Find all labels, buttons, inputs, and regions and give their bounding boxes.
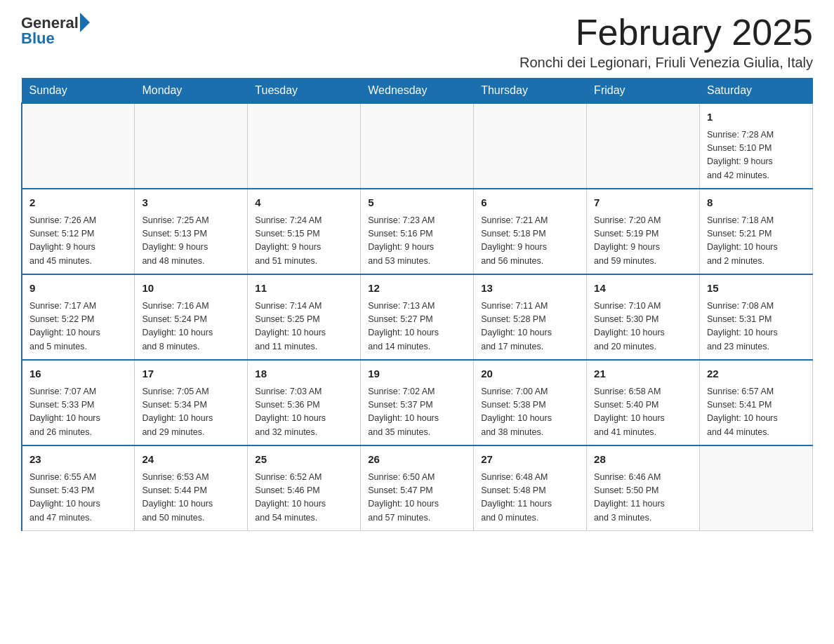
calendar-cell: 14Sunrise: 7:10 AM Sunset: 5:30 PM Dayli… xyxy=(587,274,700,360)
day-number: 3 xyxy=(142,195,240,211)
day-number: 28 xyxy=(594,452,692,468)
day-info: Sunrise: 7:16 AM Sunset: 5:24 PM Dayligh… xyxy=(142,300,240,354)
day-number: 27 xyxy=(481,452,579,468)
day-number: 24 xyxy=(142,452,240,468)
day-number: 26 xyxy=(368,452,466,468)
calendar-cell: 7Sunrise: 7:20 AM Sunset: 5:19 PM Daylig… xyxy=(587,189,700,274)
day-info: Sunrise: 7:10 AM Sunset: 5:30 PM Dayligh… xyxy=(594,300,692,354)
calendar-cell: 15Sunrise: 7:08 AM Sunset: 5:31 PM Dayli… xyxy=(700,274,813,360)
day-number: 18 xyxy=(255,366,353,382)
calendar-cell: 2Sunrise: 7:26 AM Sunset: 5:12 PM Daylig… xyxy=(22,189,135,274)
calendar-cell: 5Sunrise: 7:23 AM Sunset: 5:16 PM Daylig… xyxy=(361,189,474,274)
calendar-cell xyxy=(474,103,587,189)
page-header: General Blue February 2025 Ronchi dei Le… xyxy=(21,14,813,71)
day-number: 21 xyxy=(594,366,692,382)
day-number: 8 xyxy=(707,195,805,211)
calendar-cell: 6Sunrise: 7:21 AM Sunset: 5:18 PM Daylig… xyxy=(474,189,587,274)
day-info: Sunrise: 7:24 AM Sunset: 5:15 PM Dayligh… xyxy=(255,214,353,269)
header-day-tuesday: Tuesday xyxy=(248,79,361,104)
calendar-cell: 3Sunrise: 7:25 AM Sunset: 5:13 PM Daylig… xyxy=(135,189,248,274)
day-info: Sunrise: 6:46 AM Sunset: 5:50 PM Dayligh… xyxy=(594,471,692,525)
calendar-cell xyxy=(361,103,474,189)
week-row-4: 23Sunrise: 6:55 AM Sunset: 5:43 PM Dayli… xyxy=(22,445,813,531)
day-number: 2 xyxy=(29,195,127,211)
location-title: Ronchi dei Legionari, Friuli Venezia Giu… xyxy=(519,55,813,71)
day-number: 19 xyxy=(368,366,466,382)
header-day-monday: Monday xyxy=(135,79,248,104)
header-day-wednesday: Wednesday xyxy=(361,79,474,104)
day-number: 25 xyxy=(255,452,353,468)
day-info: Sunrise: 7:08 AM Sunset: 5:31 PM Dayligh… xyxy=(707,300,805,354)
week-row-2: 9Sunrise: 7:17 AM Sunset: 5:22 PM Daylig… xyxy=(22,274,813,360)
calendar-cell: 17Sunrise: 7:05 AM Sunset: 5:34 PM Dayli… xyxy=(135,360,248,445)
day-info: Sunrise: 7:20 AM Sunset: 5:19 PM Dayligh… xyxy=(594,214,692,269)
week-row-1: 2Sunrise: 7:26 AM Sunset: 5:12 PM Daylig… xyxy=(22,189,813,274)
calendar-cell: 24Sunrise: 6:53 AM Sunset: 5:44 PM Dayli… xyxy=(135,445,248,531)
day-info: Sunrise: 6:50 AM Sunset: 5:47 PM Dayligh… xyxy=(368,471,466,525)
day-info: Sunrise: 7:14 AM Sunset: 5:25 PM Dayligh… xyxy=(255,300,353,354)
calendar-cell: 20Sunrise: 7:00 AM Sunset: 5:38 PM Dayli… xyxy=(474,360,587,445)
day-info: Sunrise: 7:23 AM Sunset: 5:16 PM Dayligh… xyxy=(368,214,466,269)
calendar-cell: 9Sunrise: 7:17 AM Sunset: 5:22 PM Daylig… xyxy=(22,274,135,360)
day-info: Sunrise: 7:13 AM Sunset: 5:27 PM Dayligh… xyxy=(368,300,466,354)
day-info: Sunrise: 7:25 AM Sunset: 5:13 PM Dayligh… xyxy=(142,214,240,269)
logo-blue-text: Blue xyxy=(21,29,55,48)
day-number: 12 xyxy=(368,281,466,297)
header-day-friday: Friday xyxy=(587,79,700,104)
calendar-cell: 23Sunrise: 6:55 AM Sunset: 5:43 PM Dayli… xyxy=(22,445,135,531)
calendar-header: SundayMondayTuesdayWednesdayThursdayFrid… xyxy=(22,79,813,104)
day-info: Sunrise: 6:55 AM Sunset: 5:43 PM Dayligh… xyxy=(29,471,127,525)
calendar-cell: 26Sunrise: 6:50 AM Sunset: 5:47 PM Dayli… xyxy=(361,445,474,531)
calendar-cell xyxy=(248,103,361,189)
day-number: 7 xyxy=(594,195,692,211)
calendar-cell xyxy=(587,103,700,189)
calendar-cell: 8Sunrise: 7:18 AM Sunset: 5:21 PM Daylig… xyxy=(700,189,813,274)
day-info: Sunrise: 7:00 AM Sunset: 5:38 PM Dayligh… xyxy=(481,385,579,440)
calendar-cell xyxy=(135,103,248,189)
week-row-3: 16Sunrise: 7:07 AM Sunset: 5:33 PM Dayli… xyxy=(22,360,813,445)
day-number: 15 xyxy=(707,281,805,297)
calendar-cell: 4Sunrise: 7:24 AM Sunset: 5:15 PM Daylig… xyxy=(248,189,361,274)
day-info: Sunrise: 7:26 AM Sunset: 5:12 PM Dayligh… xyxy=(29,214,127,269)
calendar-cell: 25Sunrise: 6:52 AM Sunset: 5:46 PM Dayli… xyxy=(248,445,361,531)
calendar-body: 1Sunrise: 7:28 AM Sunset: 5:10 PM Daylig… xyxy=(22,103,813,531)
calendar-cell: 21Sunrise: 6:58 AM Sunset: 5:40 PM Dayli… xyxy=(587,360,700,445)
day-number: 6 xyxy=(481,195,579,211)
calendar-cell: 22Sunrise: 6:57 AM Sunset: 5:41 PM Dayli… xyxy=(700,360,813,445)
header-day-sunday: Sunday xyxy=(22,79,135,104)
day-info: Sunrise: 7:21 AM Sunset: 5:18 PM Dayligh… xyxy=(481,214,579,269)
day-number: 14 xyxy=(594,281,692,297)
day-number: 5 xyxy=(368,195,466,211)
day-number: 17 xyxy=(142,366,240,382)
calendar-cell: 16Sunrise: 7:07 AM Sunset: 5:33 PM Dayli… xyxy=(22,360,135,445)
calendar-cell: 11Sunrise: 7:14 AM Sunset: 5:25 PM Dayli… xyxy=(248,274,361,360)
day-number: 23 xyxy=(29,452,127,468)
header-row: SundayMondayTuesdayWednesdayThursdayFrid… xyxy=(22,79,813,104)
header-day-thursday: Thursday xyxy=(474,79,587,104)
day-number: 10 xyxy=(142,281,240,297)
day-info: Sunrise: 6:53 AM Sunset: 5:44 PM Dayligh… xyxy=(142,471,240,525)
week-row-0: 1Sunrise: 7:28 AM Sunset: 5:10 PM Daylig… xyxy=(22,103,813,189)
calendar-cell: 10Sunrise: 7:16 AM Sunset: 5:24 PM Dayli… xyxy=(135,274,248,360)
day-info: Sunrise: 7:28 AM Sunset: 5:10 PM Dayligh… xyxy=(707,128,805,183)
day-info: Sunrise: 7:02 AM Sunset: 5:37 PM Dayligh… xyxy=(368,385,466,440)
day-info: Sunrise: 7:03 AM Sunset: 5:36 PM Dayligh… xyxy=(255,385,353,440)
day-number: 16 xyxy=(29,366,127,382)
day-info: Sunrise: 7:11 AM Sunset: 5:28 PM Dayligh… xyxy=(481,300,579,354)
day-info: Sunrise: 7:17 AM Sunset: 5:22 PM Dayligh… xyxy=(29,300,127,354)
header-day-saturday: Saturday xyxy=(700,79,813,104)
day-number: 20 xyxy=(481,366,579,382)
day-info: Sunrise: 6:58 AM Sunset: 5:40 PM Dayligh… xyxy=(594,385,692,440)
day-number: 1 xyxy=(707,109,805,126)
month-title: February 2025 xyxy=(519,14,813,51)
day-info: Sunrise: 7:18 AM Sunset: 5:21 PM Dayligh… xyxy=(707,214,805,269)
day-info: Sunrise: 7:07 AM Sunset: 5:33 PM Dayligh… xyxy=(29,385,127,440)
calendar-cell: 28Sunrise: 6:46 AM Sunset: 5:50 PM Dayli… xyxy=(587,445,700,531)
calendar-table: SundayMondayTuesdayWednesdayThursdayFrid… xyxy=(21,78,813,531)
day-info: Sunrise: 6:52 AM Sunset: 5:46 PM Dayligh… xyxy=(255,471,353,525)
calendar-cell: 12Sunrise: 7:13 AM Sunset: 5:27 PM Dayli… xyxy=(361,274,474,360)
day-number: 9 xyxy=(29,281,127,297)
calendar-cell xyxy=(22,103,135,189)
day-info: Sunrise: 7:05 AM Sunset: 5:34 PM Dayligh… xyxy=(142,385,240,440)
day-number: 4 xyxy=(255,195,353,211)
